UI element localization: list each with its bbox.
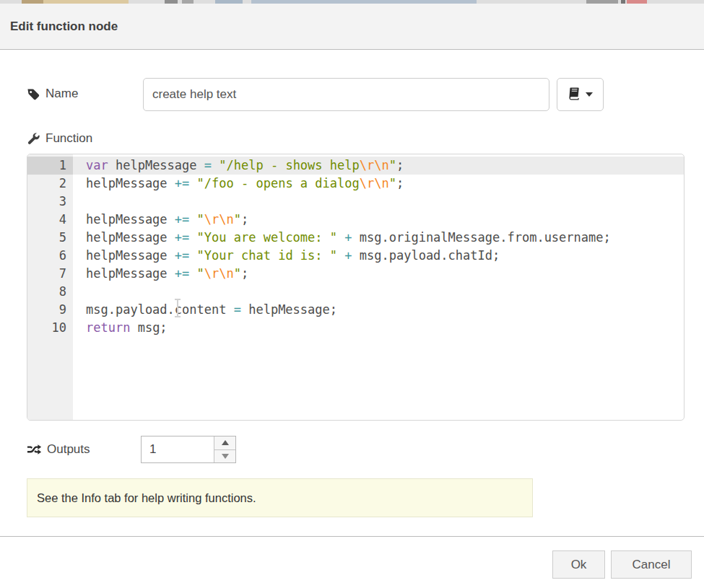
line-number: 1 bbox=[27, 157, 73, 175]
form-tip: See the Info tab for help writing functi… bbox=[27, 478, 533, 517]
tag-icon bbox=[27, 87, 40, 101]
code-line: var helpMessage = "/help - shows help\r\… bbox=[73, 157, 684, 175]
function-code-editor[interactable]: 12345678910 var helpMessage = "/help - s… bbox=[27, 154, 685, 421]
library-dropdown-button[interactable] bbox=[557, 78, 604, 111]
caret-down-icon bbox=[586, 92, 593, 97]
function-label-text: Function bbox=[45, 131, 92, 146]
name-input[interactable] bbox=[143, 78, 549, 111]
code-line: helpMessage += "/foo - opens a dialog\r\… bbox=[73, 175, 684, 193]
outputs-field-label: Outputs bbox=[27, 442, 90, 457]
line-number: 8 bbox=[27, 283, 73, 301]
line-number: 7 bbox=[27, 265, 73, 283]
line-number: 4 bbox=[27, 211, 73, 229]
shuffle-icon bbox=[27, 443, 42, 456]
spinner-down-button[interactable] bbox=[214, 450, 235, 463]
name-field-label: Name bbox=[27, 87, 78, 101]
spinner-up-button[interactable] bbox=[214, 436, 235, 450]
code-line: helpMessage += "\r\n"; bbox=[73, 265, 684, 283]
edit-function-node-dialog: Edit function node Name Function 1234567… bbox=[0, 4, 704, 588]
line-number: 10 bbox=[27, 319, 73, 337]
ok-button[interactable]: Ok bbox=[552, 550, 605, 579]
dialog-header: Edit function node bbox=[0, 4, 704, 50]
code-line: return msg; bbox=[73, 319, 684, 337]
editor-code[interactable]: var helpMessage = "/help - shows help\r\… bbox=[73, 154, 684, 420]
triangle-up-icon bbox=[222, 440, 229, 445]
editor-gutter: 12345678910 bbox=[27, 154, 73, 420]
footer-divider bbox=[0, 536, 704, 537]
code-line: msg.payload.content = helpMessage; bbox=[73, 301, 684, 319]
function-field-label: Function bbox=[27, 131, 92, 146]
outputs-spinner bbox=[141, 436, 236, 463]
line-number: 6 bbox=[27, 247, 73, 265]
line-number: 5 bbox=[27, 229, 73, 247]
name-label-text: Name bbox=[45, 87, 78, 101]
code-line bbox=[73, 193, 684, 211]
triangle-down-icon bbox=[222, 454, 229, 459]
outputs-input[interactable] bbox=[142, 436, 214, 462]
wrench-icon bbox=[27, 132, 40, 146]
code-line bbox=[73, 283, 684, 301]
code-line: helpMessage += "You are welcome: " + msg… bbox=[73, 229, 684, 247]
cancel-button[interactable]: Cancel bbox=[611, 550, 692, 579]
dialog-title: Edit function node bbox=[10, 19, 118, 34]
line-number: 3 bbox=[27, 193, 73, 211]
code-line: helpMessage += "\r\n"; bbox=[73, 211, 684, 229]
outputs-label-text: Outputs bbox=[47, 442, 90, 457]
spinner-buttons bbox=[214, 436, 235, 462]
code-line: helpMessage += "Your chat id is: " + msg… bbox=[73, 247, 684, 265]
form-tip-text: See the Info tab for help writing functi… bbox=[37, 491, 256, 505]
line-number: 9 bbox=[27, 301, 73, 319]
book-icon bbox=[568, 87, 581, 103]
line-number: 2 bbox=[27, 175, 73, 193]
